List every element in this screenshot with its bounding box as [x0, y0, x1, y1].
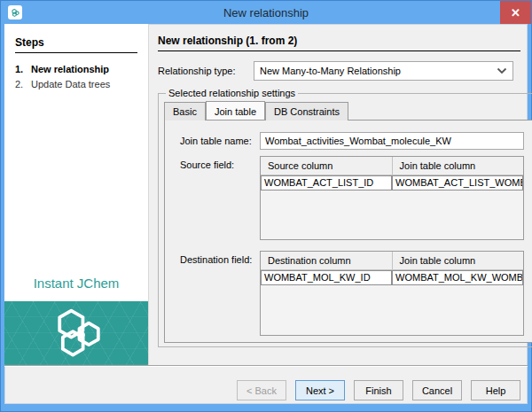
- relationship-type-value: New Many-to-Many Relationship: [260, 66, 497, 76]
- destination-field-label: Destination field:: [180, 251, 260, 336]
- join-table-column-cell[interactable]: WOMBAT_MOL_KW_WOMBA...: [392, 270, 523, 285]
- step-number: 2.: [15, 79, 31, 89]
- join-table-name-input[interactable]: [260, 132, 524, 150]
- wizard-steps-sidebar: Steps 1. New relationship 2. Update Data…: [4, 24, 149, 365]
- tab-basic[interactable]: Basic: [164, 102, 206, 120]
- relationship-type-select[interactable]: New Many-to-Many Relationship: [254, 61, 513, 81]
- source-field-table[interactable]: Source column Join table column WOMBAT_A…: [260, 156, 524, 240]
- brand-banner: [4, 301, 148, 365]
- steps-list: 1. New relationship 2. Update Data trees: [15, 64, 137, 94]
- cancel-button[interactable]: Cancel: [412, 380, 462, 400]
- help-button[interactable]: Help: [471, 380, 520, 400]
- step-label: New relationship: [31, 64, 109, 74]
- step-item-update-data-trees: 2. Update Data trees: [15, 79, 137, 89]
- column-header[interactable]: Join table column: [392, 252, 524, 269]
- tab-join-table[interactable]: Join table: [206, 101, 265, 120]
- settings-tabs: Basic Join table DB Constraints: [164, 101, 532, 120]
- tab-db-constraints[interactable]: DB Constraints: [265, 102, 348, 120]
- step-item-new-relationship: 1. New relationship: [15, 64, 137, 74]
- settings-groupbox: Selected relationship settings Basic Joi…: [158, 88, 532, 347]
- close-icon: ✕: [511, 6, 520, 19]
- relationship-type-label: Relationship type:: [158, 66, 254, 76]
- page-title: New relationship (1. from 2): [158, 29, 520, 51]
- wizard-button-bar: < Back Next > Finish Cancel Help: [4, 365, 528, 404]
- join-table-name-label: Join table name:: [180, 132, 260, 150]
- finish-button[interactable]: Finish: [354, 380, 403, 400]
- source-table-header: Source column Join table column: [261, 157, 523, 175]
- window-title: New relationship: [1, 6, 531, 19]
- chevron-down-icon: [497, 67, 507, 74]
- next-button[interactable]: Next >: [295, 380, 345, 400]
- brand-wordmark: Instant JChem: [4, 268, 148, 301]
- step-number: 1.: [15, 64, 31, 74]
- table-row[interactable]: WOMBAT_MOL_KW_ID WOMBAT_MOL_KW_WOMBA...: [261, 270, 523, 285]
- source-column-cell[interactable]: WOMBAT_ACT_LIST_ID: [261, 175, 392, 190]
- column-header[interactable]: Destination column: [261, 252, 392, 269]
- title-bar[interactable]: New relationship ✕: [1, 1, 531, 24]
- steps-heading: Steps: [15, 36, 137, 53]
- hexagon-cluster-icon: [10, 8, 20, 18]
- destination-table-header: Destination column Join table column: [261, 252, 523, 270]
- column-header[interactable]: Join table column: [392, 157, 524, 175]
- destination-column-cell[interactable]: WOMBAT_MOL_KW_ID: [261, 270, 392, 285]
- dialog-body: Steps 1. New relationship 2. Update Data…: [4, 24, 528, 404]
- step-label: Update Data trees: [31, 79, 110, 89]
- app-logo-icon: [8, 5, 22, 19]
- table-row[interactable]: WOMBAT_ACT_LIST_ID WOMBAT_ACT_LIST_WOMB.…: [261, 175, 523, 190]
- back-button[interactable]: < Back: [237, 380, 286, 400]
- close-button[interactable]: ✕: [500, 1, 531, 24]
- new-relationship-dialog: New relationship ✕ Steps 1. New relation…: [0, 0, 532, 412]
- join-table-column-cell[interactable]: WOMBAT_ACT_LIST_WOMB...: [392, 175, 523, 190]
- column-header[interactable]: Source column: [261, 157, 392, 175]
- destination-field-table[interactable]: Destination column Join table column WOM…: [260, 251, 524, 336]
- join-table-tab-panel: Join table name: Source field: Source co…: [164, 120, 532, 343]
- source-field-label: Source field:: [180, 156, 260, 240]
- wizard-main-panel: New relationship (1. from 2) Relationshi…: [149, 24, 528, 365]
- hexagon-cluster-logo: [42, 304, 111, 362]
- settings-group-label: Selected relationship settings: [166, 88, 298, 98]
